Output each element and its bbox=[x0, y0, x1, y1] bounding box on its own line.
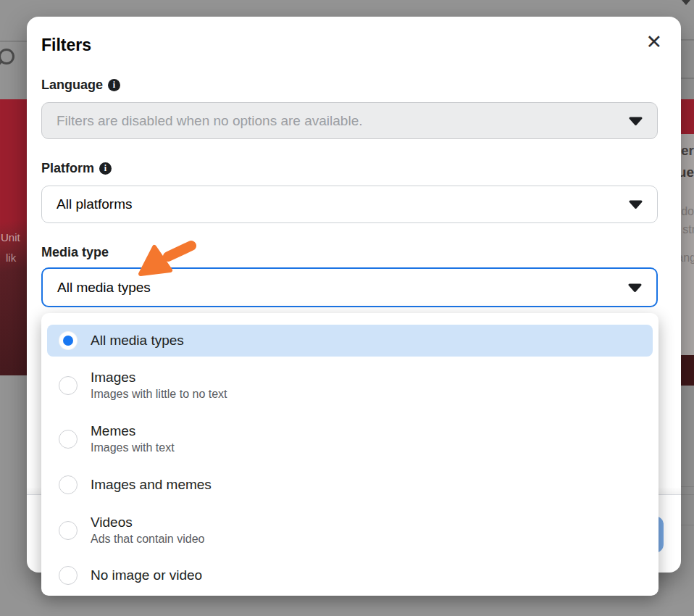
option-sublabel: Ads that contain video bbox=[91, 533, 204, 546]
platform-label-text: Platform bbox=[41, 161, 94, 176]
language-label: Language i bbox=[41, 78, 120, 93]
option-sublabel: Images with text bbox=[91, 441, 175, 454]
option-memes[interactable]: Memes Images with text bbox=[47, 415, 653, 464]
media-type-label-text: Media type bbox=[41, 245, 109, 260]
modal-title: Filters bbox=[41, 36, 91, 55]
language-label-text: Language bbox=[41, 78, 103, 93]
close-icon[interactable]: ✕ bbox=[645, 33, 662, 52]
annotation-arrow-icon bbox=[132, 236, 198, 283]
background-text: do bbox=[681, 205, 694, 218]
language-select-value: Filters are disabled when no options are… bbox=[57, 113, 362, 129]
radio-icon bbox=[59, 376, 78, 395]
background-divider bbox=[0, 41, 27, 42]
option-images-and-memes[interactable]: Images and memes bbox=[47, 468, 653, 501]
radio-icon bbox=[59, 430, 78, 449]
background-ad-thumbnail bbox=[681, 99, 694, 134]
background-text: ue bbox=[681, 165, 694, 180]
option-no-image-or-video[interactable]: No image or video bbox=[47, 559, 653, 591]
background-ad-thumbnail bbox=[681, 355, 694, 386]
platform-select-value: All platforms bbox=[57, 196, 133, 212]
background-text: er bbox=[681, 143, 694, 159]
search-icon bbox=[0, 46, 17, 72]
background-page-content: er ue do str ang bbox=[681, 134, 694, 355]
chevron-down-icon bbox=[629, 200, 643, 209]
screen: Unit lik er ue do str ang Filters ✕ Lang… bbox=[0, 0, 694, 616]
option-label: Images bbox=[91, 370, 227, 386]
background-text: str bbox=[682, 223, 694, 236]
option-label: All media types bbox=[91, 333, 184, 349]
radio-icon bbox=[59, 521, 78, 540]
chevron-down-icon bbox=[682, 0, 690, 5]
option-images[interactable]: Images Images with little to no text bbox=[47, 361, 653, 410]
background-text: lik bbox=[6, 251, 16, 264]
option-all-media-types[interactable]: All media types bbox=[47, 325, 653, 357]
background-divider bbox=[681, 494, 694, 495]
background-divider bbox=[681, 39, 694, 41]
option-sublabel: Images with little to no text bbox=[91, 388, 227, 401]
option-label: No image or video bbox=[91, 567, 202, 583]
background-divider bbox=[681, 525, 694, 525]
info-icon[interactable]: i bbox=[108, 79, 120, 91]
language-select: Filters are disabled when no options are… bbox=[41, 102, 658, 139]
platform-label: Platform i bbox=[41, 161, 112, 176]
radio-selected-icon bbox=[59, 331, 78, 350]
option-videos[interactable]: Videos Ads that contain video bbox=[47, 506, 653, 555]
radio-icon bbox=[59, 566, 78, 585]
radio-icon bbox=[59, 475, 78, 494]
background-divider bbox=[681, 486, 694, 487]
background-divider bbox=[681, 78, 694, 79]
platform-select[interactable]: All platforms bbox=[41, 186, 658, 223]
media-type-dropdown-menu: All media types Images Images with littl… bbox=[41, 313, 659, 596]
option-label: Memes bbox=[91, 423, 175, 439]
info-icon[interactable]: i bbox=[99, 162, 112, 175]
background-text: ang bbox=[681, 251, 694, 265]
chevron-down-icon bbox=[628, 283, 642, 292]
option-label: Videos bbox=[91, 515, 204, 530]
media-type-label: Media type bbox=[41, 245, 109, 260]
option-label: Images and memes bbox=[91, 477, 212, 493]
background-ad-thumbnail: Unit lik bbox=[0, 99, 27, 375]
chevron-down-icon bbox=[629, 117, 643, 125]
background-text: Unit bbox=[1, 231, 20, 244]
